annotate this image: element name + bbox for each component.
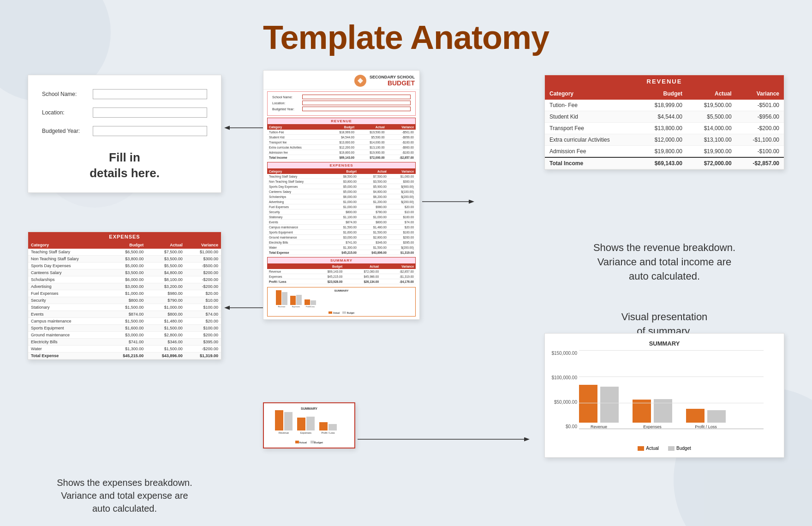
budget-mini-td: $741.00 (328, 240, 358, 245)
expenses-cell: Campus maintenance (28, 318, 107, 325)
revenue-td: -$200.00 (736, 123, 784, 134)
budget-mini-td: $20.00 (388, 204, 416, 209)
budget-expenses-title: EXPENSES (267, 162, 416, 169)
bf-label-3: Budgeted Year: (272, 108, 302, 111)
year-input[interactable] (93, 126, 207, 136)
expenses-cell: $874.00 (107, 311, 147, 318)
budget-mini-td: Extra curricular Activities (267, 145, 326, 150)
expenses-cell: $45,215.00 (107, 353, 147, 359)
budget-mini-td: $13,100.00 (356, 145, 387, 150)
bf-input-2[interactable] (302, 101, 411, 105)
budget-mini-td: $23,928.00 (308, 279, 345, 284)
expenses-cell: $100.00 (185, 325, 221, 332)
budget-mini-td: Stationary (267, 215, 328, 220)
revenue-td: $13,800.00 (638, 123, 687, 134)
budget-mini-th: Budget (308, 264, 345, 269)
expenses-cell: Events (28, 311, 107, 318)
budget-mini-td: -$1,319.00 (381, 274, 416, 279)
expenses-cell: $100.00 (185, 304, 221, 311)
budget-revenue-title: REVENUE (267, 118, 416, 125)
y-label-0: $0.00 (551, 424, 577, 429)
budget-mini-td: Teaching Staff Salary (267, 174, 328, 179)
bf-input-1[interactable] (302, 95, 411, 99)
legend-budget-box (668, 446, 675, 451)
expenses-cell: $1,000.00 (146, 304, 185, 311)
mini-chart-card: SUMMARY Revenue Expenses (263, 402, 355, 448)
budget-mini-th: Variance (388, 169, 416, 174)
revenue-td: -$501.00 (736, 100, 784, 111)
budget-mini-td: $5,900.00 (358, 184, 388, 189)
mini-bar-revenue-label: Revenue (279, 431, 289, 434)
bar-budget (600, 387, 619, 423)
budget-mini-td: $19,800.00 (326, 150, 357, 155)
chart-baseline (579, 429, 764, 429)
budget-mini-td: $14,000.00 (356, 140, 387, 145)
expenses-cell: $1,000.00 (185, 249, 221, 256)
school-name-input[interactable] (93, 89, 207, 99)
budget-logo-icon (354, 74, 367, 87)
revenue-td: $18,999.00 (638, 100, 687, 111)
budget-mini-th: Actual (358, 169, 388, 174)
bf-input-3[interactable] (302, 107, 411, 111)
budget-mini-td: $69,143.00 (326, 155, 357, 160)
revenue-td: Tution- Fee (545, 100, 638, 111)
expenses-cell: $74.00 (185, 311, 221, 318)
bar-actual (579, 385, 597, 423)
budget-mini-td: Profit / Loss (267, 279, 308, 284)
budget-mini-td: $(100.00) (388, 189, 416, 194)
revenue-td: $19,800.00 (638, 146, 687, 158)
legend-budget: Budget (668, 446, 691, 451)
expenses-cell: $3,800.00 (107, 256, 147, 263)
budget-mini-td: $72,000.00 (356, 155, 387, 160)
revenue-card-title: REVENUE (545, 75, 784, 88)
expenses-cell: Ground maintenance (28, 332, 107, 339)
expenses-cell: $1,000.00 (107, 290, 147, 297)
revenue-td: $14,000.00 (687, 123, 736, 134)
budget-mini-td: $12,200.00 (326, 145, 357, 150)
expenses-cell: $3,500.00 (146, 256, 185, 263)
budget-mini-th (267, 264, 308, 269)
y-label-50k: $50,000.00 (551, 400, 577, 405)
revenue-td: Admission Fee (545, 146, 638, 158)
budget-header: SECONDARY SCHOOL BUDGET (263, 71, 419, 90)
expenses-cell: $1,500.00 (146, 346, 185, 353)
legend-actual-label: Actual (646, 446, 659, 451)
chart-bar-col: Revenue (579, 385, 619, 429)
revenue-th: Budget (638, 88, 687, 100)
expenses-cell: Advertising (28, 283, 107, 290)
expenses-cell: $980.00 (146, 290, 185, 297)
expenses-cell: Canteens Salary (28, 269, 107, 276)
revenue-th: Actual (687, 88, 736, 100)
chart-title: SUMMARY (551, 340, 777, 347)
expenses-cell: $200.00 (185, 269, 221, 276)
budget-mini-td: -$956.00 (387, 135, 416, 140)
budget-mini-td: Expenses (267, 274, 308, 279)
expenses-cell: Water (28, 346, 107, 353)
budget-mini-td: Scholarships (267, 194, 328, 199)
expenses-cell: $5,500.00 (146, 263, 185, 269)
chart-legend: Actual Budget (551, 446, 777, 451)
budget-mini-td: $1,000.00 (328, 199, 358, 204)
expenses-cell: $741.00 (107, 339, 147, 346)
budget-mini-td: $200.00 (388, 235, 416, 240)
budget-mini-td: $300.00 (388, 179, 416, 184)
budget-mini-td: $1,480.00 (358, 225, 388, 230)
mini-bar-revenue: Revenue (275, 410, 293, 434)
mini-chart-title: SUMMARY (268, 407, 351, 410)
budget-mini-td: $(900.00) (388, 184, 416, 189)
location-input[interactable] (93, 108, 207, 118)
grid-line-150k (579, 350, 764, 351)
expenses-col-category: Category (28, 241, 107, 249)
expenses-cell: -$500.00 (185, 263, 221, 269)
mini-legend-budget: Budget (310, 441, 323, 444)
expenses-card-header: EXPENSES (28, 232, 221, 241)
budget-mini-td: $100.00 (388, 215, 416, 220)
budget-mini-legend: Actual Budget (269, 311, 413, 314)
expenses-cell: $300.00 (185, 256, 221, 263)
expenses-cell: $5,000.00 (107, 263, 147, 269)
budget-mini-th: Actual (344, 264, 381, 269)
grid-line-100k (579, 377, 764, 377)
budget-mini-td: $(200.00) (388, 199, 416, 204)
budget-mini-td: $45,215.00 (308, 274, 345, 279)
budget-mini-td: Security (267, 209, 328, 215)
